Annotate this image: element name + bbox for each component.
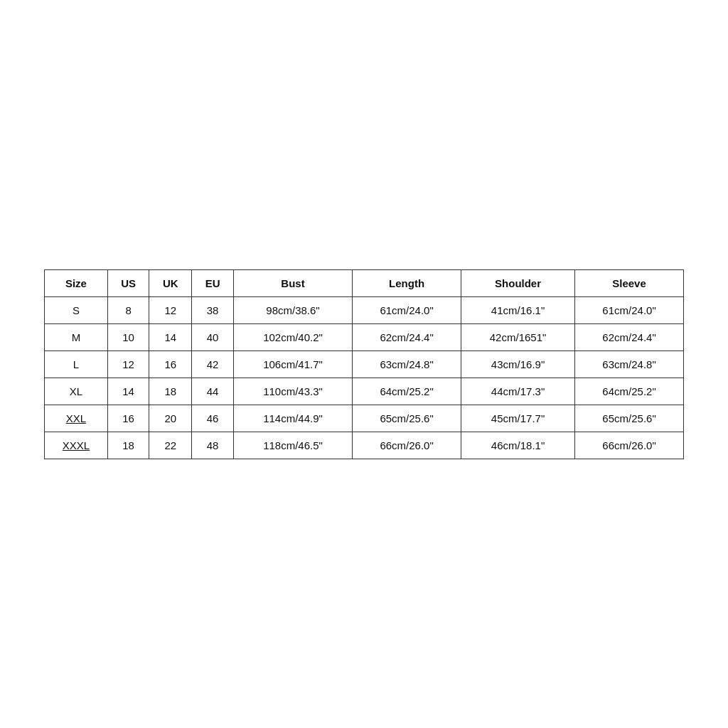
cell-eu: 44	[192, 378, 234, 405]
cell-sleeve: 61cm/24.0"	[575, 296, 684, 323]
cell-size: XL	[45, 378, 108, 405]
cell-uk: 16	[149, 350, 192, 378]
cell-length: 66cm/26.0"	[353, 432, 461, 459]
cell-length: 62cm/24.4"	[353, 323, 461, 350]
cell-us: 14	[107, 378, 149, 405]
cell-sleeve: 65cm/25.6"	[575, 405, 684, 432]
cell-shoulder: 43cm/16.9"	[461, 350, 575, 378]
cell-size: M	[45, 323, 108, 350]
size-chart-table: Size US UK EU Bust Length Shoulder Sleev…	[44, 269, 684, 459]
cell-uk: 20	[149, 405, 192, 432]
cell-bust: 106cm/41.7"	[233, 350, 352, 378]
table-row: XXXL182248118cm/46.5"66cm/26.0"46cm/18.1…	[45, 432, 684, 459]
header-sleeve: Sleeve	[575, 269, 684, 296]
cell-shoulder: 45cm/17.7"	[461, 405, 575, 432]
cell-shoulder: 42cm/1651"	[461, 323, 575, 350]
cell-length: 61cm/24.0"	[353, 296, 461, 323]
cell-length: 65cm/25.6"	[353, 405, 461, 432]
table-row: XL141844110cm/43.3"64cm/25.2"44cm/17.3"6…	[45, 378, 684, 405]
table-row: S8123898cm/38.6"61cm/24.0"41cm/16.1"61cm…	[45, 296, 684, 323]
cell-eu: 40	[192, 323, 234, 350]
table-header-row: Size US UK EU Bust Length Shoulder Sleev…	[45, 269, 684, 296]
cell-shoulder: 44cm/17.3"	[461, 378, 575, 405]
cell-us: 8	[107, 296, 149, 323]
cell-size: S	[45, 296, 108, 323]
cell-bust: 110cm/43.3"	[233, 378, 352, 405]
cell-eu: 42	[192, 350, 234, 378]
cell-uk: 14	[149, 323, 192, 350]
header-size: Size	[45, 269, 108, 296]
cell-bust: 114cm/44.9"	[233, 405, 352, 432]
cell-shoulder: 46cm/18.1"	[461, 432, 575, 459]
cell-us: 12	[107, 350, 149, 378]
cell-bust: 98cm/38.6"	[233, 296, 352, 323]
table-row: XXL162046114cm/44.9"65cm/25.6"45cm/17.7"…	[45, 405, 684, 432]
cell-sleeve: 66cm/26.0"	[575, 432, 684, 459]
size-chart-wrapper: Size US UK EU Bust Length Shoulder Sleev…	[44, 269, 684, 459]
cell-us: 18	[107, 432, 149, 459]
table-row: M101440102cm/40.2"62cm/24.4"42cm/1651"62…	[45, 323, 684, 350]
cell-length: 63cm/24.8"	[353, 350, 461, 378]
cell-uk: 12	[149, 296, 192, 323]
cell-eu: 46	[192, 405, 234, 432]
header-eu: EU	[192, 269, 234, 296]
cell-uk: 22	[149, 432, 192, 459]
cell-eu: 38	[192, 296, 234, 323]
header-uk: UK	[149, 269, 192, 296]
cell-shoulder: 41cm/16.1"	[461, 296, 575, 323]
cell-length: 64cm/25.2"	[353, 378, 461, 405]
cell-uk: 18	[149, 378, 192, 405]
cell-bust: 118cm/46.5"	[233, 432, 352, 459]
cell-sleeve: 62cm/24.4"	[575, 323, 684, 350]
header-length: Length	[353, 269, 461, 296]
cell-sleeve: 63cm/24.8"	[575, 350, 684, 378]
header-us: US	[107, 269, 149, 296]
cell-eu: 48	[192, 432, 234, 459]
cell-bust: 102cm/40.2"	[233, 323, 352, 350]
cell-size: L	[45, 350, 108, 378]
cell-us: 16	[107, 405, 149, 432]
cell-size: XXL	[45, 405, 108, 432]
header-bust: Bust	[233, 269, 352, 296]
cell-size: XXXL	[45, 432, 108, 459]
table-row: L121642106cm/41.7"63cm/24.8"43cm/16.9"63…	[45, 350, 684, 378]
cell-us: 10	[107, 323, 149, 350]
header-shoulder: Shoulder	[461, 269, 575, 296]
cell-sleeve: 64cm/25.2"	[575, 378, 684, 405]
